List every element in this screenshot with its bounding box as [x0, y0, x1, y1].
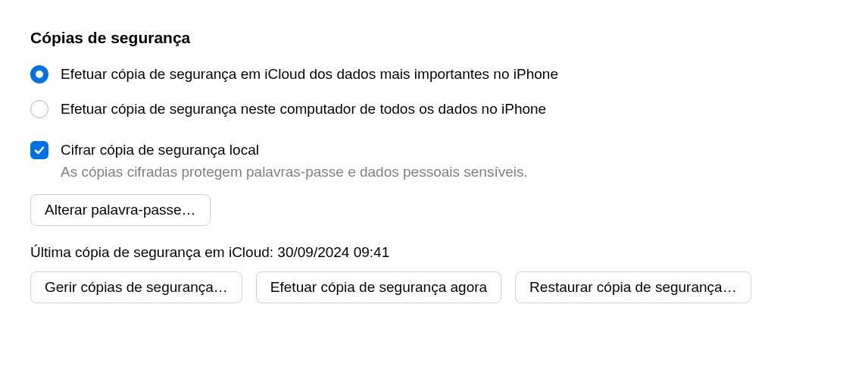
radio-label: Efetuar cópia de segurança em iCloud dos… [61, 66, 558, 83]
radio-backup-local[interactable]: Efetuar cópia de segurança neste computa… [30, 100, 838, 118]
backup-actions-row: Gerir cópias de segurança… Efetuar cópia… [30, 271, 838, 303]
radio-icon [30, 65, 48, 83]
restore-backup-button[interactable]: Restaurar cópia de segurança… [515, 271, 751, 303]
last-backup-label: Última cópia de segurança em iCloud: 30/… [30, 244, 838, 261]
manage-backups-button[interactable]: Gerir cópias de segurança… [30, 271, 242, 303]
encrypt-backup-checkbox[interactable]: Cifrar cópia de segurança local [30, 141, 838, 159]
radio-backup-icloud[interactable]: Efetuar cópia de segurança em iCloud dos… [30, 65, 838, 83]
section-title: Cópias de segurança [30, 29, 838, 47]
backups-section: Cópias de segurança Efetuar cópia de seg… [30, 29, 838, 303]
checkbox-label: Cifrar cópia de segurança local [61, 142, 259, 158]
radio-icon [30, 100, 48, 118]
checkbox-checked-icon [30, 141, 48, 159]
change-password-button[interactable]: Alterar palavra-passe… [30, 194, 211, 226]
encrypt-block: Cifrar cópia de segurança local As cópia… [30, 141, 838, 180]
radio-label: Efetuar cópia de segurança neste computa… [61, 101, 546, 118]
encrypt-hint: As cópias cifradas protegem palavras-pas… [61, 164, 838, 180]
backup-location-radio-group: Efetuar cópia de segurança em iCloud dos… [30, 65, 838, 118]
backup-now-button[interactable]: Efetuar cópia de segurança agora [256, 271, 501, 303]
